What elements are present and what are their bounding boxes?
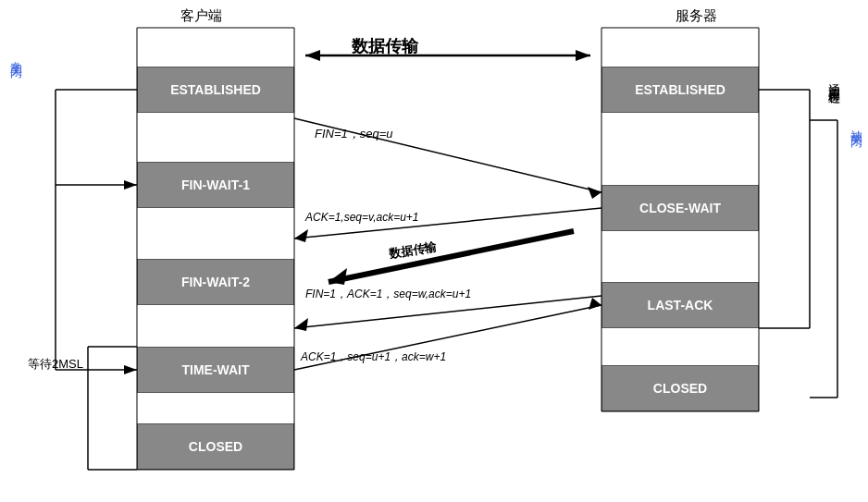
- passive-close-label: 被动关闭: [848, 120, 864, 128]
- signal-ack2: ACK=1，seq=u+1，ack=w+1: [301, 349, 446, 365]
- svg-marker-10: [305, 50, 320, 61]
- signal-fin1: FIN=1，seq=u: [315, 126, 393, 142]
- diagram: 客户端 服务器 主动关闭 被动关闭 通知应用进程 等待2MSL ESTABLIS…: [0, 0, 868, 502]
- svg-marker-19: [124, 365, 137, 374]
- svg-marker-15: [124, 180, 137, 190]
- client-label: 客户端: [180, 7, 222, 25]
- svg-marker-32: [589, 298, 601, 310]
- client-closed: CLOSED: [137, 423, 294, 470]
- server-established: ESTABLISHED: [601, 67, 759, 113]
- svg-marker-28: [329, 268, 347, 285]
- svg-marker-26: [294, 229, 308, 242]
- server-label: 服务器: [676, 7, 717, 25]
- wait-2msl-label: 等待2MSL: [28, 356, 83, 373]
- client-established: ESTABLISHED: [137, 67, 294, 113]
- signal-ack1: ACK=1,seq=v,ack=u+1: [305, 211, 419, 224]
- svg-marker-24: [588, 187, 601, 199]
- signal-data-transfer: 数据传输: [388, 239, 438, 262]
- server-closed: CLOSED: [601, 365, 759, 411]
- client-time-wait: TIME-WAIT: [137, 347, 294, 393]
- client-fin-wait-2: FIN-WAIT-2: [137, 259, 294, 305]
- svg-line-27: [329, 231, 574, 282]
- svg-marker-9: [576, 50, 590, 61]
- client-fin-wait-1: FIN-WAIT-1: [137, 162, 294, 208]
- data-transfer-label: 数据传输: [352, 35, 418, 57]
- svg-marker-30: [294, 318, 308, 331]
- active-close-label: 主动关闭: [7, 51, 24, 58]
- server-close-wait: CLOSE-WAIT: [601, 185, 759, 231]
- server-last-ack: LAST-ACK: [601, 282, 759, 328]
- notify-app-label: 通知应用进程: [825, 74, 842, 85]
- signal-fin2: FIN=1，ACK=1，seq=w,ack=u+1: [305, 287, 471, 302]
